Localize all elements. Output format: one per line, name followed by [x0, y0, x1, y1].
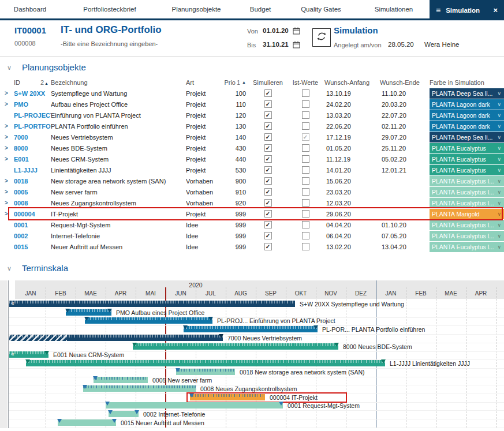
ist-werte-checkbox[interactable]	[302, 100, 309, 108]
col-header-bezeichnung[interactable]: Bezeichnung	[51, 79, 186, 86]
color-select-dropdown[interactable]: PLANTA Eucalyptus l...∨	[430, 242, 504, 252]
portfolio-subtitle-placeholder[interactable]: -Bitte eine Bezeichnung eingeben-	[61, 40, 158, 47]
gantt-bar[interactable]	[85, 317, 212, 324]
row-id-link[interactable]: 0008	[14, 200, 51, 207]
section-title-terminskala[interactable]: Terminskala	[22, 263, 68, 273]
gantt-bar[interactable]	[106, 402, 283, 408]
simulieren-checkbox[interactable]: ✓	[264, 232, 272, 239]
expand-row-icon[interactable]: >	[5, 178, 14, 184]
color-select-dropdown[interactable]: PLANTA Eucalyptus l...∨	[430, 198, 504, 208]
calendar-icon-von[interactable]	[293, 27, 300, 37]
color-select-dropdown[interactable]: PLANTA Marigold∨	[430, 209, 504, 219]
row-id-link[interactable]: PMO	[14, 101, 51, 108]
ist-werte-checkbox[interactable]	[302, 210, 309, 218]
hamburger-menu-icon[interactable]: ≡	[436, 6, 440, 15]
col-header-art[interactable]: Art	[186, 79, 219, 86]
ist-werte-checkbox[interactable]	[302, 122, 309, 130]
gantt-bar[interactable]	[83, 385, 196, 392]
expand-row-icon[interactable]: >	[5, 123, 14, 129]
simulieren-checkbox[interactable]: ✓	[264, 210, 272, 218]
color-select-dropdown[interactable]: PLANTA Lagoon dark∨	[430, 110, 504, 121]
color-select-dropdown[interactable]: PLANTA Eucalyptus∨	[430, 143, 504, 153]
color-select-dropdown[interactable]: PLANTA Eucalyptus∨	[430, 154, 504, 164]
row-id-link[interactable]: 8000	[14, 145, 51, 152]
gantt-bar[interactable]: «	[9, 301, 295, 307]
sort-asc-icon[interactable]: ▲	[44, 81, 48, 85]
ist-werte-checkbox[interactable]	[302, 188, 309, 196]
simulieren-checkbox[interactable]: ✓	[264, 199, 272, 207]
expand-row-icon[interactable]: >	[5, 156, 14, 162]
color-select-dropdown[interactable]: PLANTA Lagoon dark∨	[430, 99, 504, 110]
simulieren-checkbox[interactable]: ✓	[264, 155, 272, 163]
ist-werte-checkbox[interactable]	[302, 89, 309, 97]
calendar-icon-bis[interactable]	[293, 40, 300, 51]
simulieren-checkbox[interactable]: ✓	[264, 166, 272, 174]
color-select-dropdown[interactable]: PLANTA Eucalyptus l...∨	[430, 231, 504, 241]
row-id-link[interactable]: 0001	[14, 222, 51, 228]
row-id-link[interactable]: L1-JJJJ	[14, 167, 51, 174]
color-select-dropdown[interactable]: PLANTA Lagoon dark∨	[430, 121, 504, 132]
section-collapse-icon-planungsobjekte[interactable]: ∨	[7, 64, 12, 72]
ist-werte-checkbox[interactable]	[302, 166, 309, 174]
expand-row-icon[interactable]: >	[5, 145, 14, 151]
ist-werte-checkbox[interactable]	[302, 111, 309, 119]
color-select-dropdown[interactable]: PLANTA Deep Sea li...∨	[430, 88, 504, 99]
nav-tab-quality-gates[interactable]: Quality Gates	[301, 0, 341, 18]
col-header-ist-werte[interactable]: Ist-Werte	[286, 79, 324, 86]
gantt-bar[interactable]	[133, 343, 338, 350]
simulieren-checkbox[interactable]: ✓	[264, 144, 272, 152]
color-select-dropdown[interactable]: PLANTA Deep Sea li...∨	[430, 132, 504, 143]
gantt-bar[interactable]	[190, 394, 265, 400]
nav-tab-budget[interactable]: Budget	[250, 0, 271, 18]
simulieren-checkbox[interactable]: ✓	[264, 177, 272, 185]
close-tab-icon[interactable]: ×	[493, 6, 498, 14]
ist-werte-checkbox[interactable]	[302, 177, 309, 185]
row-id-link[interactable]: PL-PROJECT	[14, 112, 51, 119]
gantt-bar[interactable]	[26, 360, 385, 366]
col-header-simulieren[interactable]: Simulieren	[249, 79, 286, 86]
section-collapse-icon-terminskala[interactable]: ∨	[7, 265, 12, 272]
ist-werte-checkbox[interactable]	[302, 199, 309, 207]
simulieren-checkbox[interactable]: ✓	[264, 133, 272, 141]
row-id-link[interactable]: 0015	[14, 243, 51, 250]
gantt-bar[interactable]	[176, 369, 235, 375]
tab-simulation-active[interactable]: ≡ Simulation ×	[430, 0, 504, 20]
col-header-prio[interactable]: Prio	[224, 79, 236, 86]
col-header-id[interactable]: ID	[14, 79, 20, 86]
gantt-bar[interactable]	[66, 309, 111, 316]
row-id-link[interactable]: S+W 20XX	[14, 90, 51, 97]
nav-tab-planungsobjekte[interactable]: Planungsobjekte	[171, 0, 221, 18]
expand-row-icon[interactable]: >	[5, 90, 14, 96]
col-header-wunsch-anfang[interactable]: Wunsch-Anfang	[324, 79, 380, 86]
simulieren-checkbox[interactable]: ✓	[264, 221, 272, 228]
simulieren-checkbox[interactable]: ✓	[264, 111, 272, 119]
gantt-bar[interactable]	[184, 326, 318, 332]
simulieren-checkbox[interactable]: ✓	[264, 89, 272, 97]
gantt-bar[interactable]	[109, 411, 139, 417]
ist-werte-checkbox[interactable]	[302, 221, 309, 228]
row-id-link[interactable]: 0002	[14, 233, 51, 239]
simulieren-checkbox[interactable]: ✓	[264, 122, 272, 130]
row-id-link[interactable]: E001	[14, 156, 51, 163]
row-id-link[interactable]: 0005	[14, 189, 51, 196]
gantt-bar[interactable]	[94, 377, 148, 383]
color-select-dropdown[interactable]: PLANTA Eucalyptus l...∨	[430, 176, 504, 186]
gantt-bar[interactable]	[9, 335, 223, 341]
expand-row-icon[interactable]: >	[5, 189, 14, 195]
ist-werte-checkbox[interactable]	[302, 243, 309, 250]
expand-row-icon[interactable]: >	[5, 101, 14, 107]
ist-werte-checkbox[interactable]	[302, 232, 309, 239]
expand-row-icon[interactable]: >	[5, 200, 14, 206]
simulieren-checkbox[interactable]: ✓	[264, 100, 272, 108]
simulieren-checkbox[interactable]: ✓	[264, 188, 272, 196]
color-select-dropdown[interactable]: PLANTA Eucalyptus l...∨	[430, 220, 504, 230]
nav-tab-portfoliosteckbrief[interactable]: Portfoliosteckbrief	[83, 0, 136, 18]
col-header-farbe[interactable]: Farbe in Simulation	[430, 79, 504, 86]
sort-asc-icon[interactable]: ▲	[242, 80, 246, 84]
gantt-bar[interactable]	[58, 419, 116, 426]
col-header-wunsch-ende[interactable]: Wunsch-Ende	[380, 79, 430, 86]
color-select-dropdown[interactable]: PLANTA Eucalyptus l...∨	[430, 187, 504, 197]
row-id-link[interactable]: 0018	[14, 178, 51, 185]
expand-row-icon[interactable]: >	[5, 211, 14, 217]
expand-row-icon[interactable]: >	[5, 134, 14, 140]
